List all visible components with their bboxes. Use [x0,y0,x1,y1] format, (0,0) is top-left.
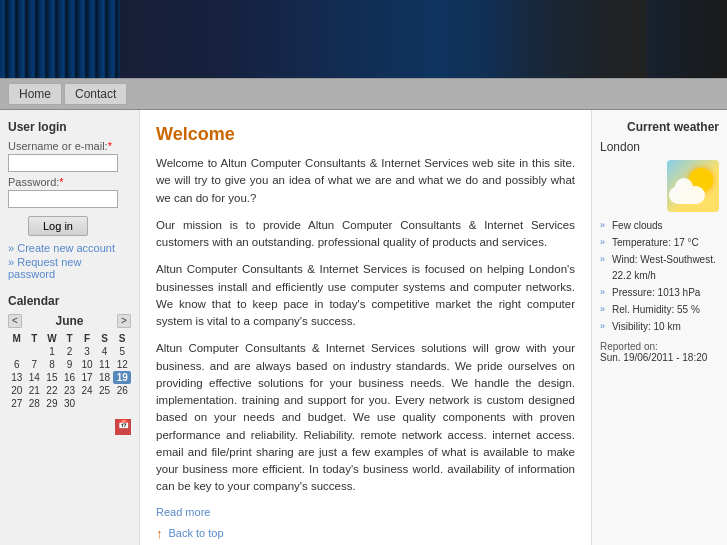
calendar-day[interactable]: 11 [96,358,114,371]
create-account-link[interactable]: Create new account [8,242,131,254]
header-banner [0,0,727,78]
weather-humidity-item: » Rel. Humidity: 55 % [600,302,719,318]
weather-humidity: Rel. Humidity: 55 % [612,302,700,318]
center-content: Welcome Welcome to Altun Computer Consul… [140,110,592,545]
weather-arrow-icon-4: » [600,285,610,299]
calendar-day[interactable]: 8 [43,358,61,371]
weather-wind: Wind: West-Southwest. 22.2 km/h [612,252,719,284]
calendar-day[interactable]: 28 [26,397,44,410]
content-paragraph-2: Our mission is to provide Altun Computer… [156,217,575,252]
calendar-day [113,397,131,410]
calendar-day[interactable]: 21 [26,384,44,397]
login-section-title: User login [8,120,131,134]
weather-pressure-item: » Pressure: 1013 hPa [600,285,719,301]
banner-silhouette [487,0,647,78]
calendar-day[interactable]: 20 [8,384,26,397]
navbar: Home Contact [0,78,727,110]
calendar-month: June [55,314,83,328]
calendar-day[interactable]: 1 [43,345,61,358]
weather-pressure: Pressure: 1013 hPa [612,285,700,301]
calendar-day [26,345,44,358]
calendar-header: < June > [8,314,131,328]
back-to-top-link[interactable]: Back to top [169,527,224,539]
calendar-day[interactable]: 10 [78,358,96,371]
weather-arrow-icon: » [600,218,610,232]
weather-title: Current weather [600,120,719,134]
content-paragraph-1: Welcome to Altun Computer Consultants & … [156,155,575,207]
weather-icon-container [600,160,719,212]
calendar-day[interactable]: 15 [43,371,61,384]
content-paragraph-3: Altun Computer Consultants & Internet Se… [156,261,575,330]
calendar-icon-row: 📅 [8,416,131,435]
calendar-day[interactable]: 5 [113,345,131,358]
weather-wind-item: » Wind: West-Southwest. 22.2 km/h [600,252,719,284]
calendar-day[interactable]: 26 [113,384,131,397]
calendar-day[interactable]: 12 [113,358,131,371]
calendar-day[interactable]: 23 [61,384,79,397]
cal-day-mon: M [8,332,26,345]
username-input[interactable] [8,154,118,172]
calendar-day[interactable]: 25 [96,384,114,397]
password-label: Password:* [8,176,131,188]
weather-condition-item: » Few clouds [600,218,719,234]
cal-day-sat: S [96,332,114,345]
calendar-day[interactable]: 29 [43,397,61,410]
login-button[interactable]: Log in [28,216,88,236]
calendar-day[interactable]: 13 [8,371,26,384]
calendar-day[interactable]: 24 [78,384,96,397]
back-to-top-row: ↑ Back to top [156,526,575,541]
calendar-prev-button[interactable]: < [8,314,22,328]
weather-condition: Few clouds [612,218,663,234]
calendar-day [78,397,96,410]
cal-day-wed: W [43,332,61,345]
read-more-link[interactable]: Read more [156,506,575,518]
calendar-export-icon[interactable]: 📅 [115,419,131,435]
weather-icon [667,160,719,212]
weather-arrow-icon-3: » [600,252,610,266]
calendar-day[interactable]: 16 [61,371,79,384]
cloud-icon [669,186,705,204]
banner-lights [0,0,120,78]
cal-day-sun: S [113,332,131,345]
nav-contact[interactable]: Contact [64,83,127,105]
calendar-day[interactable]: 4 [96,345,114,358]
calendar-section: Calendar < June > M T W T F S S [8,294,131,435]
calendar-day[interactable]: 3 [78,345,96,358]
left-sidebar: User login Username or e-mail:* Password… [0,110,140,545]
calendar-title: Calendar [8,294,131,308]
username-label: Username or e-mail:* [8,140,131,152]
calendar-day[interactable]: 30 [61,397,79,410]
weather-reported-time: Sun. 19/06/2011 - 18:20 [600,352,719,363]
weather-arrow-icon-5: » [600,302,610,316]
cal-day-thu: T [61,332,79,345]
calendar-day[interactable]: 7 [26,358,44,371]
calendar-day[interactable]: 14 [26,371,44,384]
nav-home[interactable]: Home [8,83,62,105]
main-layout: User login Username or e-mail:* Password… [0,110,727,545]
calendar-day[interactable]: 19 [113,371,131,384]
weather-visibility: Visibility: 10 km [612,319,681,335]
calendar-day[interactable]: 17 [78,371,96,384]
calendar-day [8,345,26,358]
weather-arrow-icon-6: » [600,319,610,333]
weather-temperature: Temperature: 17 °C [612,235,699,251]
calendar-day[interactable]: 9 [61,358,79,371]
calendar-day[interactable]: 22 [43,384,61,397]
welcome-title: Welcome [156,124,575,145]
calendar-next-button[interactable]: > [117,314,131,328]
calendar-day[interactable]: 27 [8,397,26,410]
cal-day-fri: F [78,332,96,345]
weather-visibility-item: » Visibility: 10 km [600,319,719,335]
calendar-day[interactable]: 18 [96,371,114,384]
weather-reported-label: Reported on: [600,341,719,352]
calendar-day[interactable]: 2 [61,345,79,358]
weather-temp-item: » Temperature: 17 °C [600,235,719,251]
cal-day-tue: T [26,332,44,345]
password-input[interactable] [8,190,118,208]
request-password-link[interactable]: Request new password [8,256,131,280]
weather-details: » Few clouds » Temperature: 17 °C » Wind… [600,218,719,335]
weather-arrow-icon-2: » [600,235,610,249]
calendar-day[interactable]: 6 [8,358,26,371]
calendar-day [96,397,114,410]
back-icon: ↑ [156,526,163,541]
